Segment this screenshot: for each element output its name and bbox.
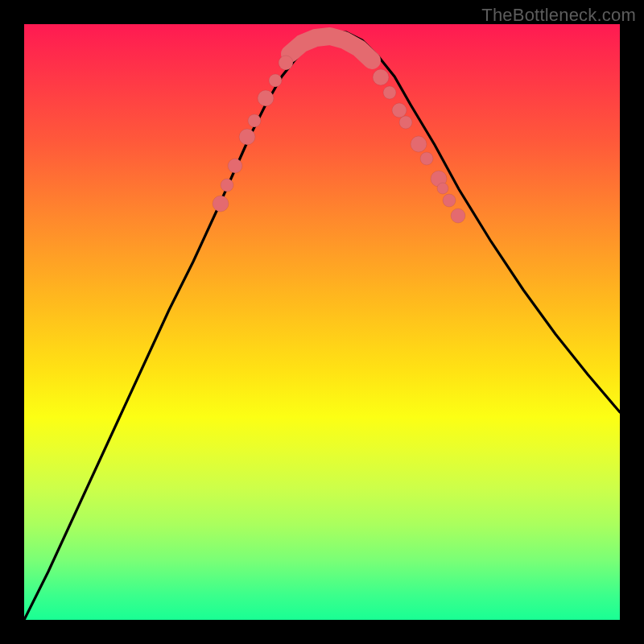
data-marker xyxy=(411,136,427,152)
data-marker xyxy=(451,208,465,223)
data-marker xyxy=(399,116,412,129)
data-marker xyxy=(228,159,242,173)
chart-overlay-svg xyxy=(24,24,620,620)
data-marker xyxy=(248,114,261,127)
curve-bottom-highlight xyxy=(290,36,372,60)
data-marker xyxy=(258,90,274,106)
data-marker xyxy=(392,103,407,118)
gradient-plot-area xyxy=(24,24,620,620)
left-branch-markers xyxy=(213,56,293,212)
watermark-text: TheBottleneck.com xyxy=(481,5,636,26)
data-marker xyxy=(383,86,396,99)
data-marker xyxy=(373,69,389,85)
right-branch-markers xyxy=(373,69,465,223)
data-marker xyxy=(213,196,229,212)
data-marker xyxy=(221,179,233,192)
data-marker xyxy=(239,129,255,145)
chart-frame: TheBottleneck.com xyxy=(0,0,644,644)
data-marker xyxy=(279,56,293,70)
data-marker xyxy=(437,183,448,194)
data-marker xyxy=(443,194,456,207)
data-marker xyxy=(269,74,282,87)
data-marker xyxy=(420,152,433,165)
bottleneck-curve xyxy=(24,32,620,620)
